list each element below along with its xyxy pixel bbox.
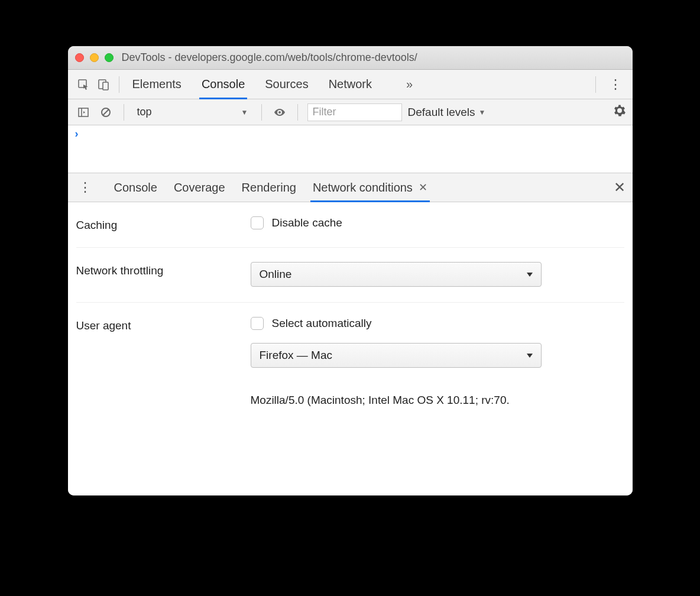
user-agent-string: Mozilla/5.0 (Macintosh; Intel Mac OS X 1…	[251, 394, 624, 407]
svg-line-6	[103, 109, 109, 115]
window-close-button[interactable]	[75, 53, 84, 62]
ua-auto-label: Select automatically	[272, 317, 372, 330]
tab-sources[interactable]: Sources	[265, 70, 308, 99]
console-prompt-area[interactable]: ›	[68, 125, 633, 173]
throttling-select[interactable]: Online	[251, 262, 542, 287]
drawer-tab-console[interactable]: Console	[114, 173, 157, 202]
dropdown-caret-icon: ▼	[241, 108, 248, 116]
divider	[124, 104, 124, 121]
throttling-value: Online	[260, 268, 292, 281]
more-options-icon[interactable]: ⋮	[605, 77, 626, 92]
divider	[297, 104, 298, 121]
drawer-tab-rendering[interactable]: Rendering	[242, 173, 296, 202]
live-expression-icon[interactable]	[271, 104, 288, 121]
disable-cache-checkbox[interactable]	[251, 216, 264, 229]
main-toolbar: Elements Console Sources Network » ⋮	[68, 70, 633, 99]
devtools-window: DevTools - developers.google.com/web/too…	[68, 46, 633, 495]
user-agent-value: Firefox — Mac	[260, 349, 333, 362]
window-maximize-button[interactable]	[105, 53, 114, 62]
tab-console[interactable]: Console	[202, 70, 245, 99]
dropdown-caret-icon	[527, 354, 533, 358]
network-conditions-panel: Caching Disable cache Network throttling…	[68, 202, 633, 495]
divider	[595, 76, 596, 93]
tab-elements[interactable]: Elements	[132, 70, 182, 99]
user-agent-select[interactable]: Firefox — Mac	[251, 343, 542, 368]
filter-input[interactable]	[307, 103, 402, 121]
divider	[119, 76, 119, 93]
context-selector-value: top	[137, 106, 152, 118]
caching-row: Caching Disable cache	[76, 202, 624, 248]
log-levels-selector[interactable]: Default levels ▼	[408, 106, 486, 119]
log-levels-label: Default levels	[408, 106, 475, 119]
console-settings-icon[interactable]	[614, 105, 626, 119]
dropdown-caret-icon: ▼	[479, 108, 486, 116]
drawer-tab-network-conditions[interactable]: Network conditions ✕	[313, 173, 427, 202]
drawer-close-icon[interactable]: ✕	[614, 179, 626, 196]
user-agent-row: User agent Select automatically Firefox …	[76, 303, 624, 422]
inspect-element-icon[interactable]	[75, 76, 92, 93]
tabs-overflow-icon[interactable]: »	[406, 77, 413, 91]
clear-console-icon[interactable]	[98, 104, 114, 121]
titlebar: DevTools - developers.google.com/web/too…	[68, 46, 633, 70]
window-minimize-button[interactable]	[90, 53, 99, 62]
drawer-more-icon[interactable]: ⋮	[75, 180, 95, 195]
context-selector[interactable]: top ▼	[134, 103, 252, 121]
main-tabs: Elements Console Sources Network »	[132, 70, 413, 99]
drawer-tabs: ⋮ Console Coverage Rendering Network con…	[68, 173, 633, 202]
toolbar-right: ⋮	[592, 76, 626, 93]
svg-rect-2	[103, 82, 108, 90]
ua-auto-checkbox[interactable]	[251, 317, 264, 330]
dropdown-caret-icon	[527, 273, 533, 277]
user-agent-label: User agent	[76, 317, 251, 332]
divider	[261, 104, 262, 121]
close-tab-icon[interactable]: ✕	[419, 181, 427, 194]
throttling-row: Network throttling Online	[76, 248, 624, 303]
throttling-label: Network throttling	[76, 262, 251, 277]
traffic-lights	[75, 53, 114, 62]
device-toggle-icon[interactable]	[95, 76, 112, 93]
tab-network[interactable]: Network	[329, 70, 372, 99]
window-title: DevTools - developers.google.com/web/too…	[122, 51, 417, 64]
drawer-tab-label: Network conditions	[313, 181, 413, 195]
console-sidebar-toggle-icon[interactable]	[75, 104, 92, 121]
caching-label: Caching	[76, 216, 251, 232]
disable-cache-label: Disable cache	[272, 216, 342, 229]
drawer-tab-coverage[interactable]: Coverage	[174, 173, 225, 202]
console-prompt-icon: ›	[75, 128, 79, 140]
console-toolbar: top ▼ Default levels ▼	[68, 99, 633, 125]
